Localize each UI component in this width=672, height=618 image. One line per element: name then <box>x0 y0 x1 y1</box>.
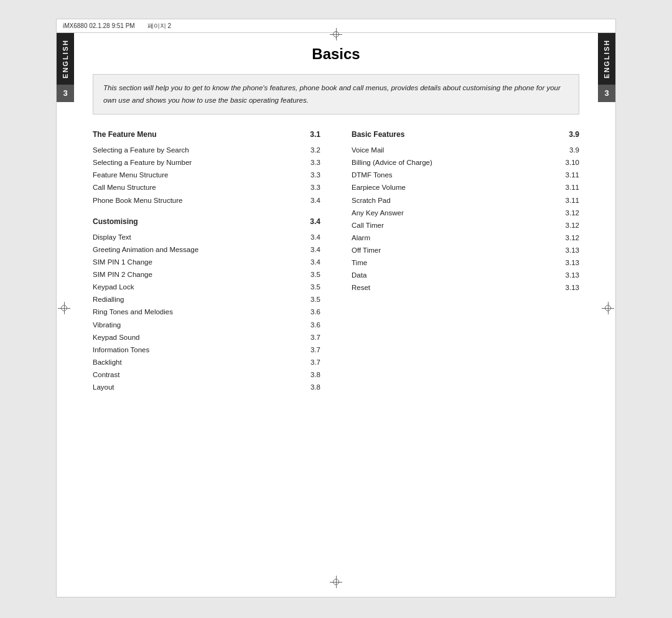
list-item: Backlight3.7 <box>93 356 320 368</box>
toc-label: Scratch Pad <box>352 194 558 207</box>
toc-num: 3.5 <box>299 268 320 281</box>
toc-label: Call Menu Structure <box>93 181 299 194</box>
header-left: iMX6880 02.1.28 9:51 PM <box>63 22 135 29</box>
list-item: Billing (Advice of Charge)3.10 <box>352 156 579 169</box>
section3-items: Voice Mail3.9Billing (Advice of Charge)3… <box>352 144 579 294</box>
left-column: The Feature Menu 3.1 Selecting a Feature… <box>93 128 339 393</box>
toc-label: SIM PIN 2 Change <box>93 268 299 281</box>
list-item: SIM PIN 2 Change3.5 <box>93 268 320 281</box>
list-item: Time3.13 <box>352 256 579 269</box>
list-item: Reset3.13 <box>352 281 579 294</box>
list-item: Greeting Animation and Message3.4 <box>93 243 320 256</box>
list-item: Selecting a Feature by Search3.2 <box>93 144 320 156</box>
toc-label: Data <box>352 269 558 281</box>
toc-num: 3.3 <box>299 156 320 169</box>
toc-label: Selecting a Feature by Number <box>93 156 299 169</box>
list-item: Call Menu Structure3.3 <box>93 181 320 194</box>
toc-num: 3.4 <box>299 194 320 207</box>
toc-num: 3.9 <box>558 144 579 156</box>
right-side-label: ENGLISH <box>600 33 614 85</box>
toc-num: 3.3 <box>299 181 320 194</box>
intro-box: This section will help you to get to kno… <box>93 74 579 115</box>
page: iMX6880 02.1.28 9:51 PM 페이지 2 ENGLISH 3 … <box>56 19 616 597</box>
toc-num: 3.7 <box>299 344 320 356</box>
list-item: Contrast3.8 <box>93 368 320 381</box>
right-column: Basic Features 3.9 Voice Mail3.9Billing … <box>339 128 579 393</box>
list-item: Any Key Answer3.12 <box>352 207 579 219</box>
list-item: Ring Tones and Melodies3.6 <box>93 306 320 318</box>
list-item: Vibrating3.6 <box>93 319 320 331</box>
list-item: Keypad Sound3.7 <box>93 331 320 344</box>
toc-label: Selecting a Feature by Search <box>93 144 299 156</box>
toc-num: 3.10 <box>558 156 579 169</box>
toc-num: 3.4 <box>299 231 320 243</box>
list-item: Scratch Pad3.11 <box>352 194 579 207</box>
toc-num: 3.7 <box>299 356 320 368</box>
toc-num: 3.12 <box>558 232 579 244</box>
toc-num: 3.13 <box>558 269 579 281</box>
list-item: Display Text3.4 <box>93 231 320 243</box>
toc-num: 3.11 <box>558 194 579 207</box>
section1-items: Selecting a Feature by Search3.2Selectin… <box>93 144 320 207</box>
toc-num: 3.8 <box>299 381 320 393</box>
toc-num: 3.6 <box>299 306 320 318</box>
toc-label: Phone Book Menu Structure <box>93 194 299 207</box>
toc-num: 3.4 <box>299 243 320 256</box>
section1-heading-row: The Feature Menu 3.1 <box>93 128 320 144</box>
section2-heading-row: Customising 3.4 <box>93 215 320 231</box>
toc-label: Vibrating <box>93 319 299 331</box>
left-side-number: 3 <box>57 85 74 102</box>
list-item: DTMF Tones3.11 <box>352 169 579 181</box>
toc-label: Layout <box>93 381 299 393</box>
list-item: Data3.13 <box>352 269 579 281</box>
header-right: 페이지 2 <box>147 22 171 30</box>
list-item: Redialling3.5 <box>93 293 320 306</box>
toc-num: 3.8 <box>299 368 320 381</box>
toc-label: Off Timer <box>352 244 558 256</box>
toc-label: Earpiece Volume <box>352 181 558 194</box>
toc-label: DTMF Tones <box>352 169 558 181</box>
toc-label: Display Text <box>93 231 299 243</box>
list-item: SIM PIN 1 Change3.4 <box>93 256 320 268</box>
toc-label: Feature Menu Structure <box>93 169 299 181</box>
toc-label: Alarm <box>352 232 558 244</box>
toc-num: 3.12 <box>558 207 579 219</box>
toc-num: 3.4 <box>299 256 320 268</box>
toc-label: Time <box>352 256 558 269</box>
two-column-layout: The Feature Menu 3.1 Selecting a Feature… <box>93 128 579 393</box>
toc-label: Any Key Answer <box>352 207 558 219</box>
right-side-number: 3 <box>598 85 615 102</box>
toc-label: Reset <box>352 281 558 294</box>
toc-num: 3.13 <box>558 244 579 256</box>
toc-label: Ring Tones and Melodies <box>93 306 299 318</box>
list-item: Earpiece Volume3.11 <box>352 181 579 194</box>
toc-label: Greeting Animation and Message <box>93 243 299 256</box>
section3-heading: Basic Features <box>352 128 558 141</box>
list-item: Information Tones3.7 <box>93 344 320 356</box>
crosshair-left <box>58 302 70 314</box>
list-item: Selecting a Feature by Number3.3 <box>93 156 320 169</box>
section3-heading-num: 3.9 <box>558 128 579 141</box>
toc-num: 3.2 <box>299 144 320 156</box>
toc-label: Backlight <box>93 356 299 368</box>
toc-label: Keypad Lock <box>93 281 299 293</box>
toc-num: 3.13 <box>558 281 579 294</box>
left-side-tab: ENGLISH 3 <box>57 33 74 102</box>
main-content: Basics This section will help you to get… <box>74 33 598 597</box>
toc-label: Redialling <box>93 293 299 306</box>
section1-heading-num: 3.1 <box>299 128 320 141</box>
toc-num: 3.3 <box>299 169 320 181</box>
toc-label: Information Tones <box>93 344 299 356</box>
list-item: Feature Menu Structure3.3 <box>93 169 320 181</box>
toc-num: 3.7 <box>299 331 320 344</box>
toc-label: SIM PIN 1 Change <box>93 256 299 268</box>
section3-heading-row: Basic Features 3.9 <box>352 128 579 144</box>
section1-heading: The Feature Menu <box>93 128 299 141</box>
crosshair-right <box>602 302 614 314</box>
list-item: Phone Book Menu Structure3.4 <box>93 194 320 207</box>
page-title: Basics <box>93 45 579 63</box>
right-side-tab: ENGLISH 3 <box>598 33 615 102</box>
section2-heading-num: 3.4 <box>299 215 320 228</box>
list-item: Alarm3.12 <box>352 232 579 244</box>
list-item: Voice Mail3.9 <box>352 144 579 156</box>
